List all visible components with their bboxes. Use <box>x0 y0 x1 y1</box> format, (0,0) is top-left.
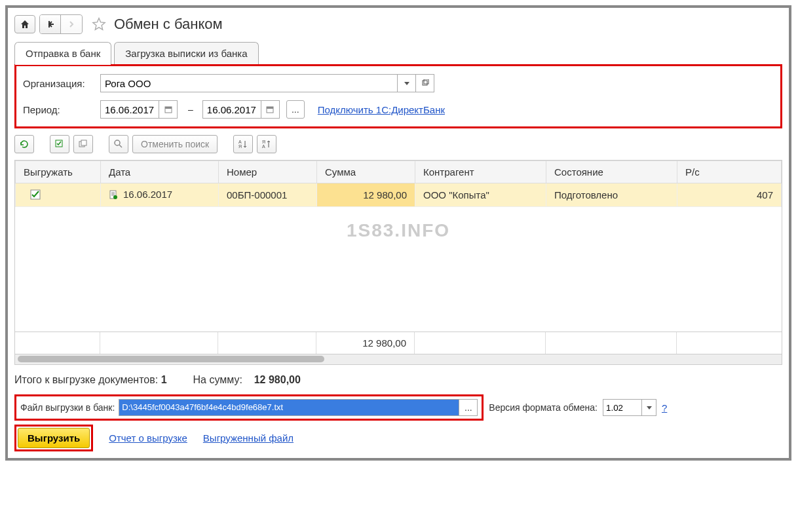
date-to-calendar-icon[interactable] <box>261 100 280 119</box>
file-row: Файл выгрузки в банк: ... Версия формата… <box>14 395 782 421</box>
horizontal-scrollbar[interactable] <box>15 354 782 364</box>
check-all-button[interactable] <box>50 135 69 153</box>
filter-panel-highlight: Организация: Период: – <box>14 64 782 128</box>
home-button[interactable] <box>14 15 35 33</box>
svg-point-9 <box>115 140 120 145</box>
org-input-group <box>100 74 434 92</box>
table-panel: Выгружать Дата Номер Сумма Контрагент Со… <box>14 160 782 365</box>
date-dash: – <box>188 104 193 115</box>
col-status[interactable]: Состояние <box>546 161 677 183</box>
page-title: Обмен с банком <box>114 16 223 33</box>
cell-sum: 12 980,00 <box>317 183 415 207</box>
file-label: Файл выгрузки в банк: <box>20 402 115 413</box>
table-footer: 12 980,00 <box>15 332 782 354</box>
svg-point-16 <box>113 195 117 199</box>
svg-rect-0 <box>423 81 427 85</box>
date-from-input[interactable] <box>100 100 159 119</box>
help-icon[interactable]: ? <box>662 402 667 413</box>
file-highlight: Файл выгрузки в банк: ... <box>14 394 484 421</box>
file-input-group: ... <box>119 399 478 416</box>
file-path-input[interactable] <box>119 399 459 416</box>
back-button[interactable] <box>40 15 61 33</box>
documents-table: Выгружать Дата Номер Сумма Контрагент Со… <box>15 161 782 207</box>
action-row: Выгрузить Отчет о выгрузке Выгруженный ф… <box>14 425 782 451</box>
favorite-icon[interactable] <box>92 17 106 31</box>
summary-sum-value: 12 980,00 <box>254 374 301 385</box>
search-button[interactable] <box>109 135 128 153</box>
main-window: Обмен с банком Отправка в банк Загрузка … <box>5 5 791 461</box>
watermark: 1S83.INFO <box>347 220 450 241</box>
table-empty-area: 1S83.INFO <box>15 207 782 332</box>
cell-date: 16.06.2017 <box>101 183 219 207</box>
svg-rect-8 <box>81 140 86 145</box>
org-label: Организация: <box>23 78 95 89</box>
sort-asc-button[interactable]: АЯ <box>233 135 253 153</box>
col-number[interactable]: Номер <box>219 161 317 183</box>
refresh-button[interactable] <box>14 135 34 153</box>
col-agent[interactable]: Контрагент <box>415 161 546 183</box>
report-link[interactable]: Отчет о выгрузке <box>109 432 187 444</box>
connect-directbank-link[interactable]: Подключить 1С:ДиректБанк <box>318 104 445 115</box>
org-input[interactable] <box>100 74 398 92</box>
export-button[interactable]: Выгрузить <box>18 428 90 448</box>
uncheck-all-button[interactable] <box>73 135 93 153</box>
document-icon <box>109 190 118 199</box>
col-sum[interactable]: Сумма <box>317 161 415 183</box>
summary-docs-label: Итого к выгрузке документов: <box>14 374 158 385</box>
col-export[interactable]: Выгружать <box>16 161 101 183</box>
sort-desc-button[interactable]: ЯА <box>257 135 276 153</box>
date-from-calendar-icon[interactable] <box>159 100 178 119</box>
table-header-row: Выгружать Дата Номер Сумма Контрагент Со… <box>16 161 782 183</box>
date-to-input[interactable] <box>202 100 261 119</box>
org-row: Организация: <box>23 70 774 96</box>
export-highlight: Выгрузить <box>14 425 93 451</box>
file-browse-button[interactable]: ... <box>459 399 478 416</box>
svg-rect-1 <box>424 79 428 84</box>
version-label: Версия формата обмена: <box>489 402 598 413</box>
period-label: Период: <box>23 104 95 115</box>
cell-account: 407 <box>677 183 782 207</box>
period-select-button[interactable]: ... <box>286 100 305 119</box>
cell-export[interactable] <box>16 183 101 207</box>
footer-sum: 12 980,00 <box>316 332 415 354</box>
svg-rect-5 <box>267 107 273 109</box>
cancel-search-button[interactable]: Отменить поиск <box>132 135 218 153</box>
summary-sum-label: На сумму: <box>193 374 242 385</box>
cell-number: 00БП-000001 <box>219 183 317 207</box>
version-select-group <box>603 399 656 416</box>
period-row: Период: – ... Подключить 1С:ДиректБанк <box>23 96 774 123</box>
exported-file-link[interactable]: Выгруженный файл <box>203 432 294 444</box>
summary-row: Итого к выгрузке документов: 1 На сумму:… <box>14 365 782 395</box>
tab-send-to-bank[interactable]: Отправка в банк <box>14 42 111 64</box>
cell-agent: ООО "Копыта" <box>415 183 546 207</box>
svg-text:А: А <box>262 144 265 149</box>
forward-button[interactable] <box>61 15 82 33</box>
version-dropdown-icon[interactable] <box>642 399 656 416</box>
titlebar: Обмен с банком <box>14 12 782 42</box>
summary-docs-count: 1 <box>161 374 167 385</box>
nav-back-forward <box>39 14 83 34</box>
date-from <box>100 100 179 119</box>
svg-text:А: А <box>238 140 242 144</box>
tabs: Отправка в банк Загрузка выписки из банк… <box>14 42 782 65</box>
toolbar: Отменить поиск АЯ ЯА <box>14 128 782 160</box>
col-account[interactable]: Р/с <box>677 161 782 183</box>
date-to <box>202 100 281 119</box>
tab-load-statement[interactable]: Загрузка выписки из банка <box>114 42 258 64</box>
scrollbar-thumb[interactable] <box>18 356 324 362</box>
table-row[interactable]: 16.06.2017 00БП-000001 12 980,00 ООО "Ко… <box>16 183 782 207</box>
cell-status: Подготовлено <box>546 183 677 207</box>
svg-rect-3 <box>165 107 172 109</box>
svg-text:Я: Я <box>238 144 242 149</box>
svg-text:Я: Я <box>262 140 265 144</box>
col-date[interactable]: Дата <box>101 161 219 183</box>
version-select[interactable] <box>603 399 642 416</box>
org-open-button[interactable] <box>416 74 434 92</box>
checkmark-icon <box>30 189 92 200</box>
org-dropdown-button[interactable] <box>398 74 416 92</box>
